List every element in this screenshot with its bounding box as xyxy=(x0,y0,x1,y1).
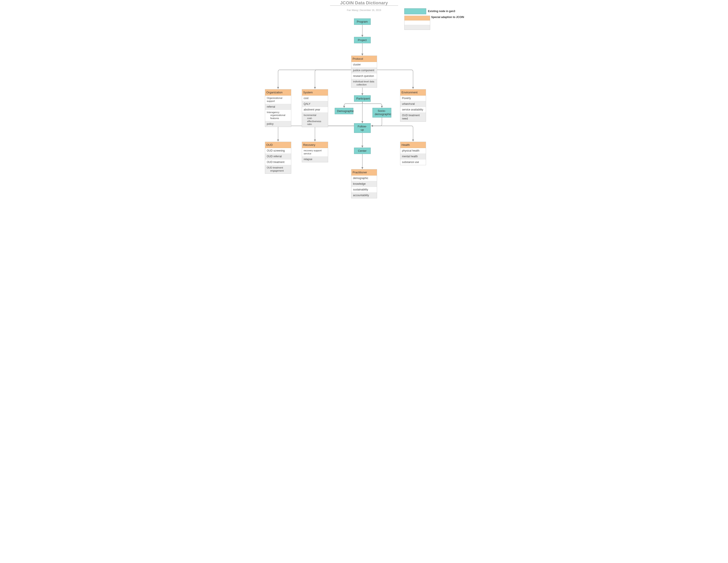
table-organization: Organization Organizational support refe… xyxy=(265,89,291,127)
table-environment-title: Environment xyxy=(400,89,426,95)
table-row: service availability xyxy=(400,107,426,113)
table-recovery: Recovery recovery support service relaps… xyxy=(302,142,328,162)
table-oud-title: OUD xyxy=(265,142,291,148)
table-health: Health physical health mental health sub… xyxy=(400,142,426,165)
legend-special-label: Special adaption to JCOIN xyxy=(431,16,464,19)
table-row: cluster xyxy=(351,62,377,68)
table-row: mental health xyxy=(400,154,426,159)
table-protocol-title: Protocol xyxy=(351,56,377,62)
table-row: physical health xyxy=(400,148,426,154)
table-row: OUD treatment need xyxy=(400,113,426,121)
table-row: referral xyxy=(265,104,291,110)
table-row: Organizational support xyxy=(265,95,291,104)
node-socio: Socio- demographic xyxy=(372,108,391,117)
legend-special: Special adaption to JCOIN xyxy=(404,16,464,30)
table-system: System cost QALY abstinent year Incremen… xyxy=(302,89,328,127)
table-oud: OUD OUD screening OUD referral OUD treat… xyxy=(265,142,291,174)
node-center: Center xyxy=(354,148,371,154)
table-row: research question xyxy=(351,73,377,79)
diagram-canvas: JCOIN Data Dictionary Fan Wang | Decembe… xyxy=(231,0,497,206)
table-row: recovery support service xyxy=(302,148,328,157)
table-row: Interagency organizational features xyxy=(265,110,291,121)
node-socio-line2: demographic xyxy=(375,112,391,116)
table-row: abstinent year xyxy=(302,107,328,113)
table-practitioner-title: Practitioner xyxy=(351,169,377,175)
table-row: QALY xyxy=(302,101,328,107)
table-row: Incremental cost-effectiveness ratio xyxy=(302,113,328,127)
table-row: OUD screening xyxy=(265,148,291,154)
node-participant: Participant xyxy=(354,95,371,102)
table-row: accountability xyxy=(351,193,377,198)
table-row: demographic xyxy=(351,175,377,181)
node-demographic: Demographic xyxy=(335,108,353,114)
node-project: Project xyxy=(354,37,371,43)
table-organization-title: Organization xyxy=(265,89,291,95)
table-row: OUD treatment engagement xyxy=(265,165,291,173)
table-row: relapse xyxy=(302,157,328,162)
node-followup: Follow-up xyxy=(354,123,371,133)
table-environment: Environment Poverty urban/rural service … xyxy=(400,89,426,122)
table-practitioner: Practitioner demographic knowledge susta… xyxy=(351,169,377,198)
table-row: policy xyxy=(265,121,291,127)
legend-swatch-teal xyxy=(404,8,426,14)
legend-swatch-stack xyxy=(404,16,430,30)
node-socio-line1: Socio- xyxy=(378,109,386,112)
table-row: OUD treatment xyxy=(265,159,291,165)
table-row: sustainability xyxy=(351,187,377,193)
table-row: justice component xyxy=(351,68,377,73)
table-row: knowledge xyxy=(351,181,377,187)
table-system-title: System xyxy=(302,89,328,95)
table-recovery-title: Recovery xyxy=(302,142,328,148)
table-health-title: Health xyxy=(400,142,426,148)
table-row: cost xyxy=(302,95,328,101)
table-protocol: Protocol cluster justice component resea… xyxy=(351,56,377,88)
byline-sep: | xyxy=(358,9,360,11)
date: December 16, 2019 xyxy=(360,9,381,11)
title-underline xyxy=(330,5,398,6)
table-row: Poverty xyxy=(400,95,426,101)
table-row: urban/rural xyxy=(400,101,426,107)
table-row: substance use xyxy=(400,159,426,165)
node-program: Program xyxy=(354,18,371,25)
diagram-title: JCOIN Data Dictionary xyxy=(231,0,497,5)
table-row: individual-level data collection xyxy=(351,79,377,87)
author: Fan Wang xyxy=(347,9,358,11)
legend: Existing node in gen3 Special adaption t… xyxy=(404,8,464,31)
table-row: OUD referral xyxy=(265,154,291,159)
legend-existing: Existing node in gen3 xyxy=(404,8,464,14)
legend-existing-label: Existing node in gen3 xyxy=(428,10,455,13)
